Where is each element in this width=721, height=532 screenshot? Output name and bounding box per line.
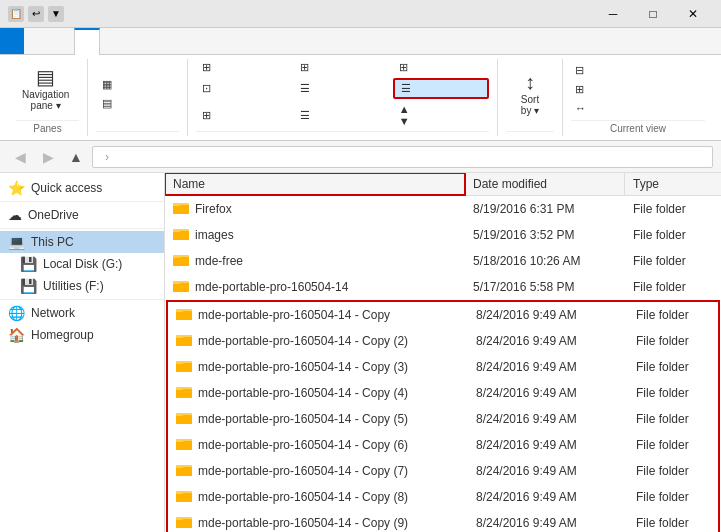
- maximize-button[interactable]: □: [633, 0, 673, 28]
- file-row[interactable]: mde-portable-pro-160504-14 - Copy (5)8/2…: [168, 406, 718, 432]
- column-header-type[interactable]: Type: [625, 173, 721, 195]
- sidebar-item-label-homegroup: Homegroup: [31, 328, 94, 342]
- sidebar-item-utilities[interactable]: 💾 Utilities (F:): [0, 275, 164, 297]
- back-button[interactable]: ◀: [8, 145, 32, 169]
- sort-content: ↕ Sortby ▾: [506, 59, 554, 129]
- file-date-cell: 8/24/2016 9:49 AM: [468, 462, 628, 480]
- group-by-button[interactable]: ⊟: [571, 62, 592, 79]
- file-type-cell: File folder: [625, 200, 721, 218]
- content-button[interactable]: ☰: [294, 101, 390, 129]
- file-name-cell: mde-portable-pro-160504-14 - Copy: [168, 304, 468, 325]
- panes-section: ▦ ▤: [88, 59, 188, 136]
- sort-section-label: [506, 131, 554, 136]
- undo-icon[interactable]: ↩: [28, 6, 44, 22]
- svg-rect-14: [176, 309, 183, 312]
- file-type-cell: File folder: [628, 462, 721, 480]
- tiles-icon: ⊞: [202, 109, 211, 122]
- file-name-cell: mde-portable-pro-160504-14 - Copy (5): [168, 408, 468, 429]
- file-row[interactable]: mde-portable-pro-160504-14 - Copy (9)8/2…: [168, 510, 718, 532]
- add-columns-button[interactable]: ⊞: [571, 81, 592, 98]
- file-area: Name Date modified Type Firefox8/19/2016…: [165, 173, 721, 532]
- medium-icons-button[interactable]: ⊞: [393, 59, 489, 76]
- layout-grid: ⊞ ⊞ ⊞ ⊡ ☰: [196, 59, 489, 129]
- group-by-icon: ⊟: [575, 64, 584, 77]
- file-row[interactable]: mde-portable-pro-160504-14 - Copy (2)8/2…: [168, 328, 718, 354]
- tiles-button[interactable]: ⊞: [196, 101, 292, 129]
- extra-large-icons-button[interactable]: ⊞: [196, 59, 292, 76]
- up-button[interactable]: ▲: [64, 145, 88, 169]
- close-button[interactable]: ✕: [673, 0, 713, 28]
- sidebar-item-homegroup[interactable]: 🏠 Homegroup: [0, 324, 164, 346]
- svg-rect-17: [176, 335, 183, 338]
- nav-pane-icon: ▤: [36, 67, 55, 87]
- forward-button[interactable]: ▶: [36, 145, 60, 169]
- ribbon-tabs: [0, 28, 721, 54]
- sidebar-item-label-quick-access: Quick access: [31, 181, 102, 195]
- svg-rect-29: [176, 439, 183, 442]
- preview-pane-button[interactable]: ▦: [96, 76, 122, 93]
- window-controls: ─ □ ✕: [593, 0, 713, 28]
- folder-icon: [176, 462, 192, 479]
- panes-section-label: [96, 131, 179, 136]
- network-icon: 🌐: [8, 305, 25, 321]
- tab-view[interactable]: [74, 28, 100, 55]
- file-row[interactable]: mde-portable-pro-160504-145/17/2016 5:58…: [165, 274, 721, 300]
- extra-large-icon: ⊞: [202, 61, 211, 74]
- sort-by-button[interactable]: ↕ Sortby ▾: [506, 69, 554, 119]
- sidebar-item-label-local-disk: Local Disk (G:): [43, 257, 122, 271]
- svg-rect-13: [176, 311, 192, 320]
- nav-pane-label: Navigationpane ▾: [22, 89, 69, 111]
- size-all-columns-button[interactable]: ↔: [571, 100, 592, 116]
- minimize-button[interactable]: ─: [593, 0, 633, 28]
- file-name-text: mde-free: [195, 254, 243, 268]
- file-date-cell: 8/24/2016 9:49 AM: [468, 384, 628, 402]
- file-date-cell: 8/24/2016 9:49 AM: [468, 358, 628, 376]
- navigation-pane-button[interactable]: ▤ Navigationpane ▾: [16, 64, 75, 114]
- sidebar-item-this-pc[interactable]: 💻 This PC: [0, 231, 164, 253]
- large-icons-button[interactable]: ⊞: [294, 59, 390, 76]
- file-row[interactable]: mde-free5/18/2016 10:26 AMFile folder: [165, 248, 721, 274]
- tab-share[interactable]: [49, 28, 74, 54]
- address-bar[interactable]: ›: [92, 146, 713, 168]
- file-row[interactable]: images5/19/2016 3:52 PMFile folder: [165, 222, 721, 248]
- small-icons-button[interactable]: ⊡: [196, 78, 292, 99]
- file-date-cell: 8/24/2016 9:49 AM: [468, 306, 628, 324]
- file-name-cell: images: [165, 224, 465, 245]
- file-row[interactable]: mde-portable-pro-160504-14 - Copy (7)8/2…: [168, 458, 718, 484]
- sidebar-item-local-disk[interactable]: 💾 Local Disk (G:): [0, 253, 164, 275]
- sort-label: Sortby ▾: [521, 94, 539, 116]
- file-date-cell: 8/24/2016 9:49 AM: [468, 332, 628, 350]
- local-disk-icon: 💾: [20, 256, 37, 272]
- file-row[interactable]: mde-portable-pro-160504-14 - Copy (6)8/2…: [168, 432, 718, 458]
- file-type-cell: File folder: [628, 488, 721, 506]
- column-header-name[interactable]: Name: [165, 173, 465, 195]
- tab-home[interactable]: [24, 28, 49, 54]
- tab-file[interactable]: [0, 28, 24, 54]
- file-row[interactable]: mde-portable-pro-160504-14 - Copy (4)8/2…: [168, 380, 718, 406]
- nav-pane-content: ▤ Navigationpane ▾: [16, 59, 79, 118]
- file-name-cell: Firefox: [165, 198, 465, 219]
- sidebar-item-onedrive[interactable]: ☁ OneDrive: [0, 204, 164, 226]
- file-row[interactable]: mde-portable-pro-160504-14 - Copy8/24/20…: [168, 302, 718, 328]
- sidebar-item-network[interactable]: 🌐 Network: [0, 302, 164, 324]
- details-button[interactable]: ☰: [393, 78, 489, 99]
- svg-rect-26: [176, 413, 183, 416]
- customize-icon[interactable]: ▼: [48, 6, 64, 22]
- details-pane-button[interactable]: ▤: [96, 95, 122, 112]
- layout-content: ⊞ ⊞ ⊞ ⊡ ☰: [196, 59, 489, 129]
- file-row[interactable]: mde-portable-pro-160504-14 - Copy (8)8/2…: [168, 484, 718, 510]
- sidebar-separator-2: [0, 228, 164, 229]
- small-icons-icon: ⊡: [202, 82, 211, 95]
- layout-expand-button[interactable]: ▲▼: [393, 101, 489, 129]
- file-row[interactable]: mde-portable-pro-160504-14 - Copy (3)8/2…: [168, 354, 718, 380]
- column-header-date[interactable]: Date modified: [465, 173, 625, 195]
- add-columns-icon: ⊞: [575, 83, 584, 96]
- file-type-cell: File folder: [628, 332, 721, 350]
- folder-icon: [173, 226, 189, 243]
- svg-rect-22: [176, 389, 192, 398]
- sidebar-item-quick-access[interactable]: ⭐ Quick access: [0, 177, 164, 199]
- file-row[interactable]: Firefox8/19/2016 6:31 PMFile folder: [165, 196, 721, 222]
- list-button[interactable]: ☰: [294, 78, 390, 99]
- homegroup-icon: 🏠: [8, 327, 25, 343]
- svg-rect-16: [176, 337, 192, 346]
